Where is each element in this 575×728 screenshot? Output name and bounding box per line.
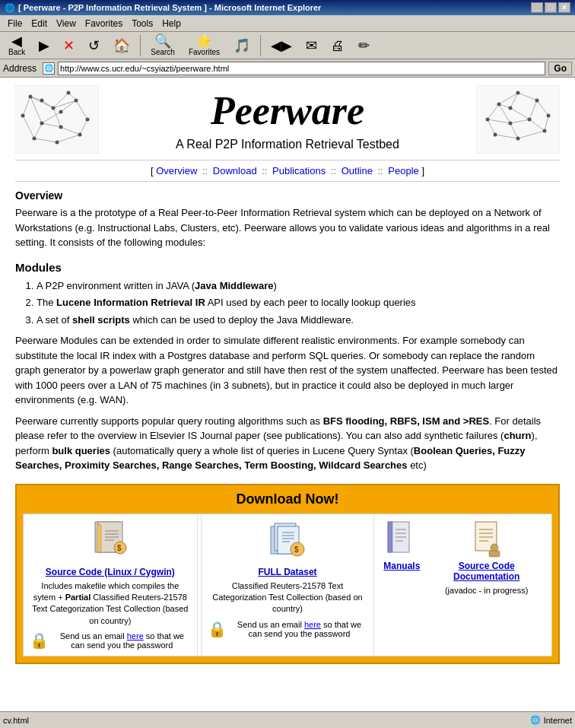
svg-point-54 [547,114,551,118]
page-header: Peerware A Real P2P Information Retrieva… [15,85,560,154]
dataset-desc: Classified Reuters-21578 Text Categoriza… [208,580,368,615]
source-email-text: Send us an email here so that we can sen… [53,631,191,650]
page-icon: 🌐 [43,62,55,75]
svg-point-27 [78,133,82,137]
left-network-svg [15,85,99,154]
favorites-icon: ⭐ [195,34,212,48]
edit-button[interactable]: ✏ [353,37,375,55]
nav-overview[interactable]: Overview [156,165,197,176]
source-docs-icon [427,520,545,561]
print-button[interactable]: 🖨 [326,37,350,55]
close-button[interactable]: ✕ [558,2,570,13]
svg-point-24 [59,126,63,129]
source-docs-link[interactable]: Source Code Documentation [427,561,545,582]
download-title: Download Now! [23,491,552,507]
edit-icon: ✏ [358,39,370,52]
module-item-1: A P2P environment written in JAVA (Java … [37,278,560,294]
svg-point-31 [59,110,63,114]
manuals-link[interactable]: Manuals [383,561,420,571]
home-button[interactable]: 🏠 [108,37,135,55]
toolbar: ◀ Back ▶ ✕ ↺ 🏠 🔍 Search ⭐ Favorites 🎵 ◀▶… [0,32,575,59]
window-controls[interactable]: _ □ ✕ [531,2,570,13]
modules-section: Modules A P2P environment written in JAV… [15,261,560,328]
menu-help[interactable]: Help [157,17,186,30]
download-grid: $ Source Code (Linux / Cygwin) Includes … [23,513,552,657]
svg-point-29 [21,114,25,118]
source-code-icon: $ [30,520,191,564]
dataset-email-link[interactable]: here [304,620,321,629]
svg-point-53 [535,99,539,103]
overview-section: Overview Peerware is a the prototype of … [15,189,560,250]
source-docs-block: Source Code Documentation (javadoc - in … [427,520,545,596]
lock-icon-1: 🔒 [30,631,49,650]
history-button[interactable]: ◀▶ [265,37,297,55]
partial-bold: Partial [65,593,91,602]
nav-sep-2: :: [262,165,270,176]
maximize-button[interactable]: □ [545,2,557,13]
source-docs-desc: (javadoc - in progress) [427,585,545,596]
svg-point-26 [33,137,37,141]
media-icon: 🎵 [233,39,250,52]
modules-list: A P2P environment written in JAVA (Java … [15,278,560,328]
bulk-queries-bold: bulk queries [52,445,110,456]
svg-point-51 [516,91,520,95]
body-paragraph-1: Peerware Modules can be extended in orde… [15,333,560,408]
svg-point-21 [52,106,56,110]
menu-favorites[interactable]: Favorites [81,17,127,30]
right-network-svg [476,85,560,154]
search-button[interactable]: 🔍 Search [145,32,180,59]
source-email-link[interactable]: here [127,631,144,641]
nav-sep-3: :: [331,165,339,176]
nav-outline[interactable]: Outline [342,165,373,176]
stop-button[interactable]: ✕ [58,37,80,55]
svg-rect-64 [97,525,101,552]
menu-edit[interactable]: Edit [27,17,52,30]
stop-icon: ✕ [63,39,75,52]
url-input[interactable] [58,62,545,75]
manuals-icon [383,520,420,561]
address-label: Address [3,63,40,74]
lock-icon-2: 🔒 [208,620,227,638]
refresh-button[interactable]: ↺ [83,37,105,55]
source-code-desc: Includes makefile which compiles the syt… [30,580,191,628]
module-2-bold: Lucene Information Retrieval IR [56,297,205,308]
dataset-link[interactable]: FULL Dataset [208,567,368,577]
title-left: 🌐 [ Peerware - P2P Information Retrieval… [5,3,321,13]
media-button[interactable]: 🎵 [228,37,256,55]
module-item-3: A set of shell scripts which can be used… [37,313,560,328]
download-cell-docs: Manuals [377,514,551,656]
go-button[interactable]: Go [548,62,572,75]
download-cell-dataset: $ FULL Dataset Classified Reuters-21578 … [201,514,375,656]
svg-point-32 [40,99,44,103]
svg-point-28 [56,141,59,145]
page-title: Peerware [99,88,476,133]
dataset-email-text: Send us an email here so that we can sen… [231,620,368,638]
history-icon: ◀▶ [271,39,292,52]
menu-view[interactable]: View [52,17,81,30]
minimize-button[interactable]: _ [531,2,543,13]
download-cell-source: $ Source Code (Linux / Cygwin) Includes … [24,514,198,656]
dataset-email-row: 🔒 Send us an email here so that we can s… [208,620,368,638]
mail-button[interactable]: ✉ [300,37,322,55]
back-icon: ◀ [11,34,22,48]
forward-icon: ▶ [39,39,49,52]
back-button[interactable]: ◀ Back [3,32,30,59]
nav-publications[interactable]: Publications [272,165,326,176]
forward-button[interactable]: ▶ [33,37,55,55]
favorites-button[interactable]: ⭐ Favorites [183,32,225,59]
svg-text:$: $ [117,544,122,552]
svg-point-20 [29,95,33,99]
right-network-image [476,85,560,154]
menu-tools[interactable]: Tools [127,17,157,30]
source-code-link[interactable]: Source Code (Linux / Cygwin) [30,567,191,577]
svg-point-91 [491,544,498,552]
churn-bold: churn [504,430,531,441]
menu-file[interactable]: File [3,17,27,30]
address-bar: Address 🌐 Go [0,59,575,78]
manuals-block: Manuals [383,520,420,571]
download-section: Download Now! $ [15,484,560,665]
module-item-2: The Lucene Information Retrieval IR API … [37,295,560,310]
nav-people[interactable]: People [388,165,418,176]
print-icon: 🖨 [331,39,345,52]
nav-download[interactable]: Download [213,165,257,176]
